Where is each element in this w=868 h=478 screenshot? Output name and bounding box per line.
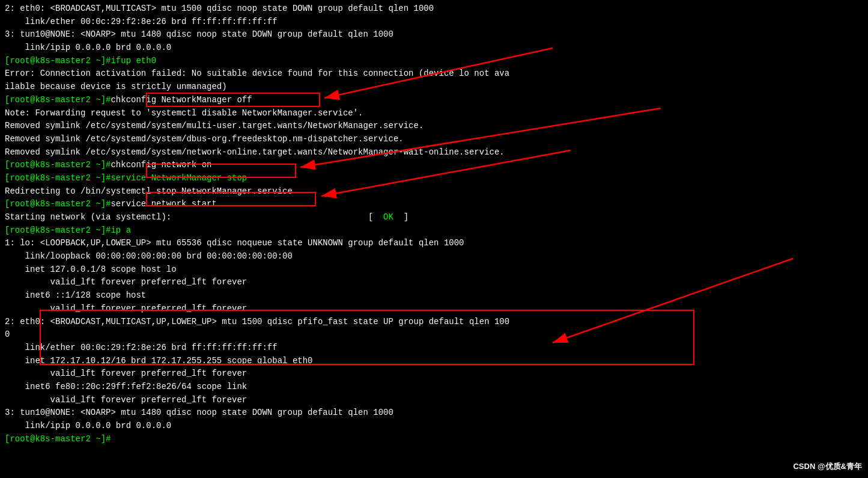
line-23: inet6 ::1/128 scope host — [5, 289, 863, 302]
watermark: CSDN @优质&青年 — [793, 461, 862, 472]
line-21: inet 127.0.0.1/8 scope host lo — [5, 263, 863, 277]
line-16: [root@k8s-master2 ~]#service network sta… — [5, 198, 863, 211]
line-4: link/ipip 0.0.0.0 brd 0.0.0.0 — [5, 41, 863, 55]
line-1: 2: eth0: <BROADCAST,MULTICAST> mtu 1500 … — [5, 2, 863, 16]
line-20: link/loopback 00:00:00:00:00:00 brd 00:0… — [5, 250, 863, 263]
line-5: [root@k8s-master2 ~]#ifup eth0 — [5, 55, 863, 68]
line-32: 3: tun10@NONE: <NOARP> mtu 1480 qdisc no… — [5, 406, 863, 420]
line-3: 3: tun10@NONE: <NOARP> mtu 1480 qdisc no… — [5, 28, 863, 41]
line-34: [root@k8s-master2 ~]# — [5, 433, 863, 446]
line-12: Removed symlink /etc/systemd/system/netw… — [5, 146, 863, 159]
line-8: [root@k8s-master2 ~]#chkconfig NetworkMa… — [5, 94, 863, 107]
line-29: valid_lft forever preferred_lft forever — [5, 367, 863, 381]
line-15: Redirecting to /bin/systemctl stop Netwo… — [5, 185, 863, 198]
line-24: valid_lft forever preferred_lft forever — [5, 302, 863, 316]
line-17: Starting network (via systemctl): [ OK ] — [5, 211, 863, 224]
line-30: inet6 fe80::20c:29ff:fef2:8e26/64 scope … — [5, 381, 863, 394]
line-6: Error: Connection activation failed: No … — [5, 67, 863, 81]
line-26: 0 — [5, 328, 863, 342]
terminal: 2: eth0: <BROADCAST,MULTICAST> mtu 1500 … — [0, 0, 868, 478]
line-25: 2: eth0: <BROADCAST,MULTICAST,UP,LOWER_U… — [5, 316, 863, 329]
line-31: valid_lft forever preferred_lft forever — [5, 394, 863, 407]
line-7: ilable because device is strictly unmana… — [5, 81, 863, 94]
line-10: Removed symlink /etc/systemd/system/mult… — [5, 120, 863, 133]
line-14: [root@k8s-master2 ~]#service NetworkMana… — [5, 172, 863, 185]
line-9: Note: Forwarding request to 'systemctl d… — [5, 107, 863, 120]
line-33: link/ipip 0.0.0.0 brd 0.0.0.0 — [5, 420, 863, 433]
line-18: [root@k8s-master2 ~]#ip a — [5, 224, 863, 237]
line-27: link/ether 00:0c:29:f2:8e:26 brd ff:ff:f… — [5, 342, 863, 355]
line-2: link/ether 00:0c:29:f2:8e:26 brd ff:ff:f… — [5, 16, 863, 29]
line-22: valid_lft forever preferred_lft forever — [5, 276, 863, 289]
line-11: Removed symlink /etc/systemd/system/dbus… — [5, 133, 863, 146]
line-13: [root@k8s-master2 ~]#chkconfig network o… — [5, 159, 863, 172]
line-28: inet 172.17.10.12/16 brd 172.17.255.255 … — [5, 355, 863, 368]
line-19: 1: lo: <LOOPBACK,UP,LOWER_UP> mtu 65536 … — [5, 237, 863, 250]
